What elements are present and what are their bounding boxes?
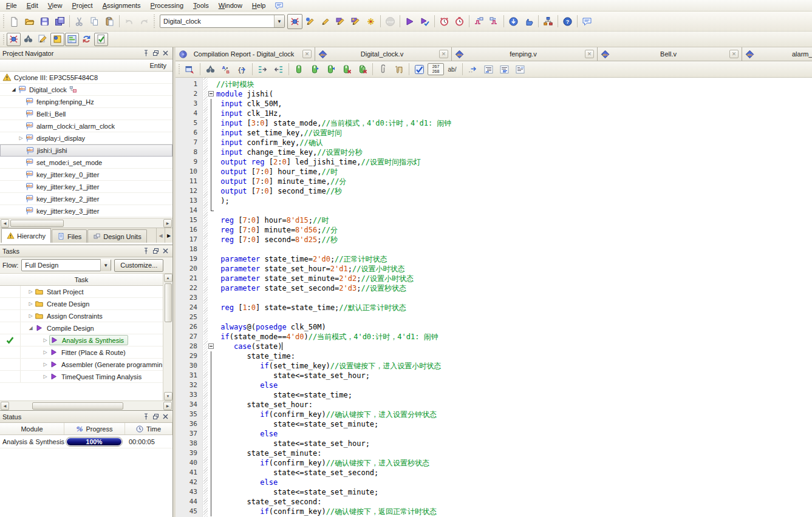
expander-icon[interactable]: ▷ [27, 289, 35, 294]
chevron-down-icon[interactable]: ▼ [274, 15, 284, 27]
code-line[interactable]: 39 state_set_minute: [176, 448, 812, 458]
chip-rows-button[interactable] [65, 33, 79, 46]
toolbar-grip[interactable] [2, 13, 5, 29]
start-play-button[interactable] [402, 14, 417, 29]
editor-tab-fenping-v[interactable]: abcfenping.v✕ [452, 47, 598, 61]
fold-collapse-icon[interactable] [203, 89, 216, 99]
assignment-edit-button[interactable] [36, 33, 50, 46]
tree-item-key-jitter-key-2-jitter[interactable]: abckey_jitter:key_2_jitter [0, 193, 172, 205]
menu-project[interactable]: Project [67, 1, 97, 10]
code-line[interactable]: 32 else [176, 380, 812, 390]
bookmark-button[interactable] [292, 62, 307, 77]
scrollbar-thumb[interactable] [32, 402, 123, 410]
goto-braces-button[interactable]: {} [234, 62, 250, 77]
code-line[interactable]: 38 state<=state_set_hour; [176, 439, 812, 448]
code-line[interactable]: 14 [176, 206, 812, 215]
menu-processing[interactable]: Processing [146, 1, 188, 10]
task-row-create-design[interactable]: ▷Create Design [0, 298, 163, 310]
code-line[interactable]: 34 state_set_hour: [176, 400, 812, 410]
align-doc2-button[interactable] [497, 62, 512, 77]
replace-ab-button[interactable]: AB [219, 62, 234, 77]
check-pencil-button[interactable] [412, 62, 427, 77]
feedback-bubble-button[interactable] [579, 14, 595, 29]
pin-icon[interactable] [142, 247, 151, 255]
tree-item-set-mode-i-set-mode[interactable]: abcset_mode:i_set_mode [0, 157, 172, 169]
bookmark-del-button[interactable] [339, 62, 354, 77]
scroll-down-icon[interactable]: ▼ [164, 392, 172, 400]
new-pencil-button[interactable] [318, 14, 333, 29]
entity-combo[interactable]: Digital_clock ▼ [160, 15, 285, 28]
code-line[interactable]: 10 output [7:0] hour_time,//时 [176, 167, 812, 177]
pin-icon[interactable] [142, 49, 151, 58]
code-line[interactable]: 3 input clk_50M, [176, 99, 812, 109]
code-line[interactable]: 24 reg [1:0] state=state_time;//默认正常计时状态 [176, 303, 812, 313]
close-icon[interactable]: ✕ [439, 50, 448, 58]
bookmark-delall-button[interactable] [355, 62, 370, 77]
assignment-pencil-button[interactable] [302, 14, 318, 29]
expander-icon[interactable]: ▷ [41, 350, 49, 355]
code-line[interactable]: 8 input change_time_key,//设置时分秒 [176, 147, 812, 157]
expander-icon[interactable]: ▷ [17, 135, 25, 141]
indent-more-button[interactable] [255, 62, 270, 77]
programmer-doc-button[interactable] [506, 14, 521, 29]
close-icon[interactable]: ✕ [302, 50, 312, 58]
netlist-forward-button[interactable] [486, 14, 502, 29]
expander-icon[interactable]: ◢ [27, 325, 35, 331]
indent-less-button[interactable] [271, 62, 286, 77]
goto-arrow-button[interactable] [465, 62, 480, 77]
tree-item-key-jitter-key-0-jitter[interactable]: abckey_jitter:key_0_jitter [0, 169, 172, 181]
open-file-button[interactable] [22, 14, 37, 29]
code-line[interactable]: 19 parameter state_time=2'd0;//正常计时状态 [176, 254, 812, 264]
tree-item-key-jitter-key-1-jitter[interactable]: abckey_jitter:key_1_jitter [0, 181, 172, 193]
expander-icon[interactable]: ▷ [27, 301, 35, 306]
cross-pencil-button[interactable] [363, 14, 378, 29]
editor-tab-digital-clock-v[interactable]: abcDigital_clock.v✕ [315, 47, 452, 61]
code-line[interactable]: 12 output [7:0] second_time//秒 [176, 186, 812, 196]
code-line[interactable]: 37 else [176, 429, 812, 439]
stop-processing-button[interactable]: STOP [383, 14, 398, 29]
code-line[interactable]: 21 parameter state_set_minute=2'd2;//设置小… [176, 274, 812, 283]
toolbar-grip[interactable] [2, 33, 5, 45]
close-icon[interactable]: ✕ [585, 50, 594, 58]
code-line[interactable]: 42 else [176, 478, 812, 487]
task-row-assembler-generate-programmin[interactable]: ▷Assembler (Generate programmin [0, 359, 163, 371]
time-column-header[interactable]: Time [146, 425, 161, 433]
menu-edit[interactable]: Edit [22, 1, 43, 10]
tree-item-alarm-clock-i-alarm-clock[interactable]: abcalarm_clock:i_alarm_clock [0, 120, 172, 132]
close-icon[interactable]: ✕ [729, 50, 739, 58]
code-line[interactable]: 17 reg [7:0] second=8'd25;//秒 [176, 235, 812, 245]
bookmark-prev-button[interactable] [323, 62, 338, 77]
editor-tab-compilation-report-digital-clock[interactable]: Compilation Report - Digital_clock✕ [176, 47, 315, 61]
redo-button[interactable] [137, 14, 152, 29]
tab-files[interactable]: Files [52, 229, 87, 243]
scroll-right-icon[interactable]: ▶ [163, 219, 172, 228]
paste-button[interactable] [102, 14, 117, 29]
scroll-left-icon[interactable]: ◀ [1, 402, 9, 410]
task-row-start-project[interactable]: ▷Start Project [0, 286, 163, 298]
compile-design-button[interactable] [7, 33, 21, 46]
cut-button[interactable] [72, 14, 87, 29]
toolbar-grip[interactable] [178, 63, 181, 75]
code-editor[interactable]: 1//计时模块2module jishi(3 input clk_50M,4 i… [176, 78, 812, 517]
code-line[interactable]: 27 if(state_mode==4'd0)//当前模式，4'd0:计时，4'… [176, 332, 812, 342]
tab-scroll-right-icon[interactable]: ▶ [165, 228, 172, 243]
tree-item-bell-i-bell[interactable]: abcBell:i_Bell [0, 108, 172, 120]
menu-view[interactable]: View [43, 1, 67, 10]
task-row-assign-constraints[interactable]: ▷Assign Constraints [0, 310, 163, 322]
tab-design-units[interactable]: Design Units [87, 229, 146, 243]
clock-alarm-button[interactable] [452, 14, 467, 29]
expander-icon[interactable]: ▷ [41, 374, 49, 379]
code-line[interactable]: 44 state_set_second: [176, 497, 812, 507]
restore-icon[interactable] [151, 413, 160, 421]
expander-icon[interactable]: ◢ [10, 87, 18, 92]
paperclip-button[interactable] [375, 62, 391, 77]
editor-tab-bell-v[interactable]: abcBell.v✕ [598, 47, 742, 61]
scroll-right-icon[interactable]: ▶ [163, 402, 172, 410]
flow-combo[interactable]: Full Design ▼ [21, 259, 111, 271]
tree-item-digital-clock[interactable]: ◢abcDigital_clock [0, 84, 172, 96]
code-line[interactable]: 23 [176, 293, 812, 303]
tasks-hscrollbar[interactable]: ◀ ▶ [0, 400, 172, 410]
play-check-button[interactable] [417, 14, 432, 29]
code-line[interactable]: 22 parameter state_set_second=2'd3;//设置秒… [176, 283, 812, 293]
code-line[interactable]: 11 output [7:0] minute_time,//分 [176, 177, 812, 186]
